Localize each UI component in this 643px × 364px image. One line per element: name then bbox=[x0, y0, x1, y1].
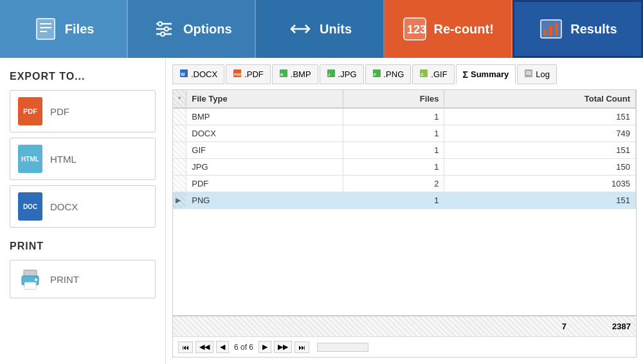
footer-files-total: 7 bbox=[533, 319, 572, 334]
cell-files: 1 bbox=[343, 142, 444, 159]
cell-totalcount: 151 bbox=[444, 108, 636, 125]
html-icon: HTML bbox=[18, 145, 42, 173]
table-row: ▶PNG1151 bbox=[173, 192, 636, 209]
prev-prev-page-button[interactable]: ◀◀ bbox=[195, 341, 213, 353]
results-button[interactable]: Results bbox=[512, 0, 643, 58]
summary-tab-label: Summary bbox=[471, 69, 509, 79]
options-button[interactable]: Options bbox=[128, 0, 256, 58]
print-label: PRINT bbox=[50, 274, 79, 285]
header-filetype: File Type bbox=[186, 90, 343, 108]
tab-bmp[interactable]: B .BMP bbox=[272, 64, 318, 84]
recount-button[interactable]: 123 Re-count! bbox=[385, 0, 512, 58]
print-item[interactable]: PRINT bbox=[10, 260, 156, 298]
cell-files: 1 bbox=[343, 159, 444, 176]
svg-text:P: P bbox=[374, 73, 376, 77]
last-page-button[interactable]: ⏭ bbox=[294, 341, 309, 353]
files-button[interactable]: Files bbox=[0, 0, 128, 58]
cell-filetype: PNG bbox=[186, 192, 343, 209]
export-pdf-item[interactable]: PDF PDF bbox=[10, 90, 156, 132]
pdf-tab-icon: PDF bbox=[233, 69, 242, 80]
row-marker bbox=[173, 142, 186, 159]
horizontal-scrollbar[interactable] bbox=[317, 343, 368, 352]
next-next-page-button[interactable]: ▶▶ bbox=[274, 341, 292, 353]
svg-point-20 bbox=[35, 278, 37, 281]
tab-png[interactable]: P .PNG bbox=[365, 64, 412, 84]
svg-rect-19 bbox=[24, 282, 36, 289]
options-label: Options bbox=[183, 22, 232, 37]
main-content: EXPORT TO... PDF PDF HTML HTML DOC DOCX … bbox=[0, 58, 643, 364]
bmp-tab-label: .BMP bbox=[291, 69, 311, 79]
results-icon bbox=[538, 16, 564, 42]
cell-totalcount: 151 bbox=[444, 142, 636, 159]
tab-docx[interactable]: W .DOCX bbox=[172, 64, 224, 84]
sidebar: EXPORT TO... PDF PDF HTML HTML DOC DOCX … bbox=[0, 58, 166, 364]
pdf-tab-label: .PDF bbox=[244, 69, 264, 79]
cell-filetype: BMP bbox=[186, 108, 343, 125]
cell-files: 1 bbox=[343, 192, 444, 209]
tab-log[interactable]: Log bbox=[517, 64, 557, 84]
export-docx-item[interactable]: DOC DOCX bbox=[10, 185, 156, 228]
table-row: DOCX1749 bbox=[173, 125, 636, 142]
row-marker: ▶ bbox=[173, 192, 186, 209]
right-panel: W .DOCX PDF .PDF B .BMP J .JPG bbox=[166, 58, 643, 364]
header-totalcount: Total Count bbox=[444, 90, 636, 108]
jpg-tab-label: .JPG bbox=[338, 69, 357, 79]
svg-point-7 bbox=[158, 22, 162, 26]
results-label: Results bbox=[570, 22, 617, 37]
row-marker bbox=[173, 159, 186, 176]
bmp-tab-icon: B bbox=[279, 69, 288, 80]
log-tab-label: Log bbox=[536, 69, 550, 79]
svg-rect-0 bbox=[37, 19, 55, 39]
tab-pdf[interactable]: PDF .PDF bbox=[226, 64, 271, 84]
recount-label: Re-count! bbox=[434, 22, 494, 37]
units-icon bbox=[287, 16, 313, 42]
toolbar: Files Options Units bbox=[0, 0, 643, 58]
export-section-title: EXPORT TO... bbox=[10, 71, 156, 82]
svg-rect-16 bbox=[555, 23, 558, 35]
tab-jpg[interactable]: J .JPG bbox=[320, 64, 364, 84]
units-button[interactable]: Units bbox=[256, 0, 384, 58]
first-page-button[interactable]: ⏮ bbox=[178, 341, 193, 353]
print-section: PRINT PRINT bbox=[10, 241, 156, 298]
png-tab-icon: P bbox=[372, 69, 381, 80]
cell-files: 1 bbox=[343, 125, 444, 142]
cell-totalcount: 1035 bbox=[444, 176, 636, 192]
tab-bar: W .DOCX PDF .PDF B .BMP J .JPG bbox=[172, 64, 637, 84]
table-row: PDF21035 bbox=[173, 176, 636, 192]
svg-text:123: 123 bbox=[407, 23, 426, 36]
row-marker bbox=[173, 108, 186, 125]
table-row: GIF1151 bbox=[173, 142, 636, 159]
tab-gif[interactable]: G .GIF bbox=[412, 64, 454, 84]
cell-filetype: DOCX bbox=[186, 125, 343, 142]
tab-summary[interactable]: Σ Summary bbox=[456, 64, 516, 84]
pdf-icon: PDF bbox=[18, 97, 42, 125]
log-tab-icon bbox=[524, 69, 533, 80]
table-row: BMP1151 bbox=[173, 108, 636, 125]
cell-totalcount: 749 bbox=[444, 125, 636, 142]
units-label: Units bbox=[320, 22, 352, 37]
page-info: 6 of 6 bbox=[234, 343, 253, 352]
export-html-item[interactable]: HTML HTML bbox=[10, 138, 156, 180]
table-row: JPG1150 bbox=[173, 159, 636, 176]
svg-rect-33 bbox=[525, 69, 532, 77]
cell-totalcount: 151 bbox=[444, 192, 636, 209]
cell-files: 2 bbox=[343, 176, 444, 192]
docx-label: DOCX bbox=[50, 201, 78, 212]
table-footer: 7 2387 bbox=[173, 315, 636, 336]
files-label: Files bbox=[65, 22, 95, 37]
cell-files: 1 bbox=[343, 108, 444, 125]
svg-text:PDF: PDF bbox=[234, 73, 242, 77]
png-tab-label: .PNG bbox=[384, 69, 404, 79]
gif-tab-label: .GIF bbox=[431, 69, 447, 79]
next-page-button[interactable]: ▶ bbox=[258, 341, 271, 353]
cell-filetype: GIF bbox=[186, 142, 343, 159]
header-files: Files bbox=[343, 90, 444, 108]
table-header-row: * File Type Files Total Count bbox=[173, 90, 636, 108]
prev-page-button[interactable]: ◀ bbox=[216, 341, 229, 353]
sigma-icon: Σ bbox=[463, 69, 468, 80]
pagination-bar: ⏮ ◀◀ ◀ 6 of 6 ▶ ▶▶ ⏭ bbox=[173, 336, 636, 357]
row-marker bbox=[173, 176, 186, 192]
svg-point-8 bbox=[165, 27, 168, 31]
html-label: HTML bbox=[50, 154, 77, 165]
header-marker: * bbox=[173, 90, 186, 108]
